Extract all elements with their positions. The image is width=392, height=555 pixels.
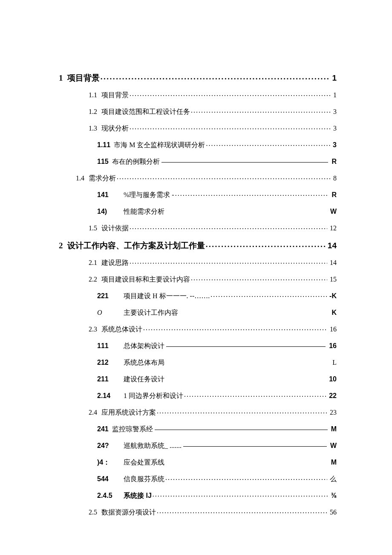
toc-leader: [154, 424, 329, 431]
toc-entry: 141%理与服务需求 -R: [97, 190, 337, 198]
toc-entry: 1.5设计依据12: [59, 224, 337, 232]
toc-leader: [165, 358, 330, 365]
toc-entry: 2.141 同边界分析和设计22: [97, 391, 337, 399]
toc-title: 布在的例颗分析: [112, 158, 160, 165]
toc-entry: 14)性能需求分析W: [97, 207, 337, 215]
toc-leader: [182, 441, 328, 448]
toc-entry: 2设计工作内容、工作方案及计划工作量14: [59, 240, 337, 250]
toc-number: 221: [97, 293, 124, 299]
toc-number: 1.2: [76, 108, 101, 115]
toc-leader: [130, 258, 327, 265]
toc-entry: 2.1建设思路14: [59, 258, 337, 266]
toc-page-number: 15: [328, 276, 337, 283]
toc-title: 系统接 IJ: [124, 492, 152, 499]
toc-page-number: 23: [328, 409, 337, 416]
toc-number: 14): [97, 208, 124, 215]
toc-number: 2.14: [97, 392, 124, 399]
toc-number: 1.11: [97, 142, 114, 148]
toc-title: 总体架构设计: [124, 343, 164, 349]
toc-leader: [175, 190, 329, 197]
toc-page-number: 16: [327, 343, 337, 349]
toc-page-number: 14: [328, 259, 337, 266]
toc-title: 1 同边界分析和设计: [124, 392, 183, 399]
toc-number: 211: [97, 376, 124, 383]
toc-leader: [130, 124, 331, 131]
toc-number: 241: [97, 426, 112, 433]
toc-entry: O主要设计工作内容K: [97, 308, 337, 316]
toc-title: 数据资源分项设计: [101, 509, 156, 516]
toc-leader: [143, 325, 327, 331]
toc-number: 1.4: [76, 175, 89, 182]
toc-page-number: 3: [331, 142, 337, 148]
toc-leader: [161, 157, 329, 164]
toc-number: 141: [97, 192, 124, 198]
toc-page-number: M: [329, 459, 337, 466]
toc-leader: [206, 240, 325, 248]
toc-number: 1.1: [76, 92, 101, 99]
toc-number: 115: [97, 158, 112, 165]
toc-number: 2.4.5: [97, 492, 124, 499]
toc-leader: [191, 275, 327, 282]
toc-title: 设计依据: [101, 225, 129, 232]
toc-leader: [157, 408, 327, 415]
toc-leader: [191, 107, 331, 114]
toc-title: 建设任务设计: [124, 376, 164, 383]
toc-leader: [210, 291, 327, 298]
toc-page-number: 么: [328, 476, 337, 482]
toc-entry: 111总体架构设计16: [97, 341, 337, 349]
toc-page-number: 12: [328, 225, 337, 232]
toc-entry: 1.4需求分析8: [59, 174, 337, 182]
toc-title: 项目背景: [67, 74, 100, 82]
toc-leader: [165, 474, 327, 481]
toc-number: 111: [97, 343, 124, 349]
toc-page-number: R: [330, 158, 337, 165]
toc-number: 2.2: [76, 276, 101, 283]
toc-entry: 1.1项目背景1: [59, 90, 337, 99]
toc-leader: [179, 308, 329, 315]
table-of-contents: 1项目背景11.1项目背景11.2项目建设范围和工程设计任务31.3现状分析31…: [59, 73, 337, 516]
toc-leader: [130, 224, 327, 230]
toc-number: 2.4: [76, 409, 101, 416]
toc-entry: 2.4应用系统设计方案23: [59, 408, 337, 416]
toc-title: 系统总体布局: [124, 359, 164, 366]
toc-number: )4：: [97, 459, 124, 466]
toc-entry: 115布在的例颗分析R: [97, 157, 337, 165]
toc-title: 信良服芬系统: [124, 476, 164, 482]
toc-number: 544: [97, 476, 124, 482]
toc-page-number: ⅜: [329, 492, 337, 499]
toc-title: 项目建设范围和工程设计任务: [101, 108, 190, 115]
toc-page-number: 16: [328, 326, 337, 333]
toc-entry: 241监控琼警系经M: [97, 424, 337, 433]
toc-entry: 221项目建设 H 标一一一. --……. -K: [97, 291, 337, 299]
toc-entry: 2.3系统总体设计16: [59, 325, 337, 333]
toc-title: 系统总体设计: [101, 326, 142, 333]
toc-title: 性能需求分析: [124, 208, 164, 215]
toc-title: 应用系统设计方案: [101, 409, 156, 416]
toc-page-number: 1: [331, 92, 337, 99]
toc-entry: 1.11市海 M 玄仝监梓现状调研分析3: [97, 140, 337, 148]
toc-leader: [206, 140, 330, 147]
toc-leader: [157, 508, 327, 514]
page: 1项目背景11.1项目背景11.2项目建设范围和工程设计任务31.3现状分析31…: [0, 0, 392, 555]
toc-entry: 211建设任务设计10: [97, 375, 337, 383]
toc-entry: 2.2项目建设目标和主要设计内容15: [59, 275, 337, 283]
toc-title: 项目建设 H 标一一一. --…….: [124, 293, 210, 299]
toc-title: 项目背景: [101, 92, 129, 99]
toc-title: 应会处置系线: [124, 459, 164, 466]
toc-page-number: 56: [328, 509, 337, 516]
toc-page-number: W: [329, 208, 337, 215]
toc-title: 现状分析: [101, 125, 129, 132]
toc-entry: 2.5数据资源分项设计56: [59, 508, 337, 516]
toc-page-number: 14: [326, 241, 337, 250]
toc-title: 主要设计工作内容: [124, 309, 178, 316]
toc-leader: [153, 491, 329, 498]
toc-page-number: 22: [327, 392, 337, 399]
toc-leader: [165, 341, 326, 348]
toc-entry: 24?巡航救助系统_ .......W: [97, 441, 337, 449]
toc-page-number: L: [331, 359, 337, 366]
toc-entry: )4：应会处置系线M: [97, 458, 337, 466]
toc-leader: [184, 391, 326, 398]
toc-page-number: 1: [330, 74, 337, 82]
toc-title: 设计工作内容、工作方案及计划工作量: [67, 241, 205, 250]
toc-title: 监控琼警系经: [112, 426, 153, 433]
